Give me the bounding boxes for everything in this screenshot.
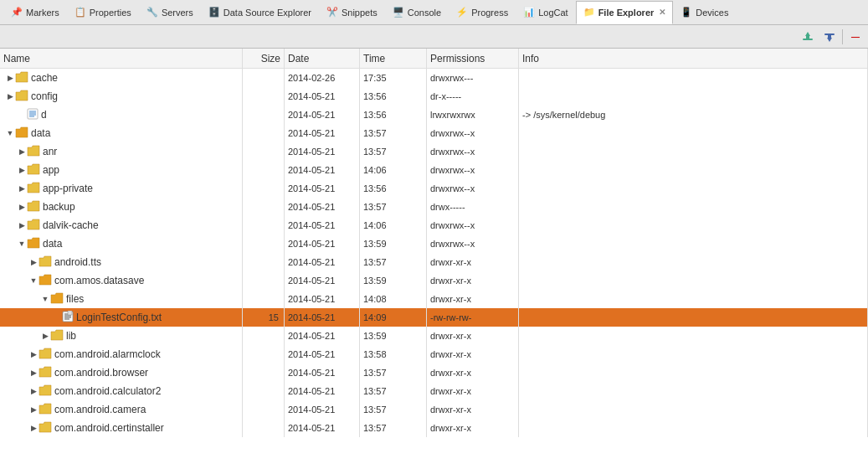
- file-permissions-cell: drwxr-xr-x: [427, 271, 519, 290]
- file-name-label: cache: [31, 72, 58, 84]
- expand-icon[interactable]: ▶: [28, 386, 39, 396]
- expand-icon[interactable]: ▶: [40, 331, 50, 341]
- table-row[interactable]: ▼ data2014-05-2113:57drwxrwx--x: [0, 124, 868, 142]
- push-file-button[interactable]: [820, 28, 839, 46]
- expand-icon[interactable]: ▶: [17, 147, 27, 157]
- file-time-cell: 13:59: [360, 327, 427, 345]
- pull-file-button[interactable]: [799, 28, 817, 46]
- file-permissions-cell: lrwxrwxrwx: [427, 106, 519, 124]
- table-row[interactable]: ▶ com.android.alarmclock2014-05-2113:58d…: [0, 345, 868, 363]
- table-row[interactable]: ▶ lib2014-05-2113:59drwxr-xr-x: [0, 327, 868, 345]
- column-headers: Name Size Date Time Permissions Info: [0, 49, 868, 69]
- expand-icon[interactable]: ▼: [17, 239, 27, 249]
- expand-icon[interactable]: ▶: [17, 165, 27, 175]
- tab-servers[interactable]: 🔧Servers: [139, 1, 201, 24]
- tab-fileexplorer[interactable]: 📁File Explorer✕: [576, 1, 674, 24]
- table-row[interactable]: ▶ app-private2014-05-2113:56drwxrwx--x: [0, 179, 868, 198]
- tab-properties[interactable]: 📋Properties: [67, 1, 139, 24]
- file-name-cell: ▶ app: [0, 161, 243, 179]
- tab-console[interactable]: 🖥️Console: [385, 1, 449, 24]
- close-view-button[interactable]: ─: [846, 28, 865, 46]
- file-info-cell: [519, 87, 868, 106]
- tab-logcat[interactable]: 📊LogCat: [516, 1, 575, 24]
- expand-icon[interactable]: ▼: [28, 276, 39, 286]
- table-row[interactable]: ▶ com.android.certinstaller2014-05-2113:…: [0, 419, 868, 437]
- table-row[interactable]: ▶ anr2014-05-2113:57drwxrwx--x: [0, 142, 868, 161]
- file-name-label: data: [43, 238, 62, 250]
- file-permissions-cell: drwxrwx--x: [427, 216, 519, 234]
- expand-icon[interactable]: ▶: [28, 423, 39, 433]
- table-row[interactable]: ▼ files2014-05-2114:08drwxr-xr-x: [0, 290, 868, 308]
- file-time-cell: 13:57: [360, 198, 427, 216]
- table-row[interactable]: ▶ dalvik-cache2014-05-2114:06drwxrwx--x: [0, 216, 868, 234]
- table-row[interactable]: LoginTestConfig.txt152014-05-2114:09-rw-…: [0, 308, 868, 327]
- expand-icon[interactable]: ▶: [5, 73, 15, 83]
- tab-markers[interactable]: 📌Markers: [3, 1, 67, 24]
- svg-rect-5: [828, 35, 831, 38]
- expand-icon[interactable]: ▶: [28, 349, 39, 359]
- file-permissions-cell: drwxr-xr-x: [427, 290, 519, 308]
- col-header-info: Info: [519, 49, 868, 68]
- file-permissions-cell: drwxrwx--x: [427, 142, 519, 161]
- table-row[interactable]: ▶ com.android.calculator22014-05-2113:57…: [0, 382, 868, 400]
- svg-rect-2: [806, 36, 809, 39]
- expand-icon[interactable]: ▶: [17, 183, 27, 193]
- file-permissions-cell: drwxr-xr-x: [427, 345, 519, 363]
- file-permissions-cell: drwxrwx--x: [427, 234, 519, 253]
- file-name-label: com.android.calculator2: [54, 385, 161, 397]
- file-size-cell: [243, 198, 285, 216]
- tab-progress[interactable]: ⚡Progress: [449, 1, 516, 24]
- expand-icon[interactable]: ▼: [40, 294, 50, 304]
- file-permissions-cell: drwxr-xr-x: [427, 400, 519, 419]
- svg-rect-6: [28, 109, 38, 119]
- file-time-cell: 13:57: [360, 400, 427, 419]
- file-size-cell: [243, 87, 285, 106]
- file-time-cell: 13:59: [360, 271, 427, 290]
- expand-icon[interactable]: [52, 312, 62, 322]
- file-time-cell: 13:57: [360, 363, 427, 382]
- table-row[interactable]: ▶ com.android.browser2014-05-2113:57drwx…: [0, 363, 868, 382]
- file-info-cell: -> /sys/kernel/debug: [519, 106, 868, 124]
- tab-datasource[interactable]: 🗄️Data Source Explorer: [201, 1, 319, 24]
- table-row[interactable]: ▶ android.tts2014-05-2113:57drwxr-xr-x: [0, 253, 868, 271]
- folder-icon: [39, 384, 52, 399]
- folder-icon: [27, 163, 40, 178]
- tab-bar: 📌Markers📋Properties🔧Servers🗄️Data Source…: [0, 0, 868, 25]
- tab-devices[interactable]: 📱Devices: [673, 1, 736, 24]
- expand-icon[interactable]: ▼: [5, 128, 15, 138]
- file-name-label: com.android.browser: [54, 367, 148, 379]
- folder-icon: [39, 348, 52, 362]
- table-row[interactable]: ▶ cache2014-02-2617:35drwxrwx---: [0, 69, 868, 87]
- table-row[interactable]: ▶ config2014-05-2113:56dr-x-----: [0, 87, 868, 106]
- expand-icon[interactable]: ▶: [28, 257, 39, 267]
- expand-icon[interactable]: ▶: [17, 202, 27, 212]
- table-row[interactable]: ▶ app2014-05-2114:06drwxrwx--x: [0, 161, 868, 179]
- file-date-cell: 2014-05-21: [285, 106, 360, 124]
- table-row[interactable]: ▼ com.amos.datasave2014-05-2113:59drwxr-…: [0, 271, 868, 290]
- expand-icon[interactable]: ▶: [28, 368, 39, 378]
- svg-marker-1: [805, 32, 810, 36]
- file-date-cell: 2014-05-21: [285, 124, 360, 142]
- file-name-cell: ▶ com.android.calculator2: [0, 382, 243, 400]
- folder-icon: [50, 329, 64, 343]
- expand-icon[interactable]: ▶: [5, 91, 15, 101]
- file-date-cell: 2014-05-21: [285, 142, 360, 161]
- file-info-cell: [519, 161, 868, 179]
- table-row[interactable]: ▶ com.android.camera2014-05-2113:57drwxr…: [0, 400, 868, 419]
- file-time-cell: 13:56: [360, 179, 427, 198]
- expand-icon[interactable]: ▶: [17, 220, 27, 230]
- table-row[interactable]: ▶ backup2014-05-2113:57drwx-----: [0, 198, 868, 216]
- folder-icon: [27, 182, 40, 196]
- expand-icon[interactable]: [17, 110, 27, 120]
- file-name-cell: ▼ com.amos.datasave: [0, 271, 243, 290]
- file-date-cell: 2014-05-21: [285, 308, 360, 327]
- tab-snippets[interactable]: ✂️Snippets: [319, 1, 385, 24]
- fileexplorer-tab-close[interactable]: ✕: [659, 8, 665, 17]
- table-row[interactable]: d2014-05-2113:56lrwxrwxrwx-> /sys/kernel…: [0, 106, 868, 124]
- file-permissions-cell: drwxrwx--x: [427, 161, 519, 179]
- file-name-cell: LoginTestConfig.txt: [0, 308, 243, 327]
- file-size-cell: [243, 69, 285, 87]
- table-row[interactable]: ▼ data2014-05-2113:59drwxrwx--x: [0, 234, 868, 253]
- expand-icon[interactable]: ▶: [28, 405, 39, 415]
- file-time-cell: 14:06: [360, 161, 427, 179]
